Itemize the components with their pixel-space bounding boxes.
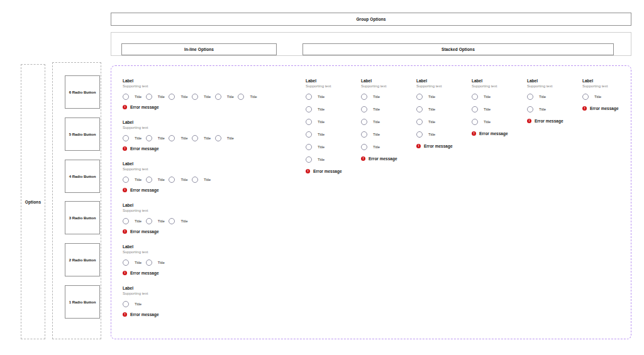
radio-button-icon[interactable] — [361, 119, 367, 125]
radio-button-icon[interactable] — [146, 259, 152, 266]
radio-button-icon[interactable] — [416, 94, 423, 100]
inline-options-frame[interactable]: In-line Options — [121, 43, 277, 55]
stacked-radio-group: Label Supporting text Title ! Error mess… — [582, 79, 635, 185]
radio-option-title: Title — [373, 133, 380, 136]
radio-option-title: Title — [373, 120, 380, 124]
error-row: ! Error message — [123, 271, 159, 275]
error-icon: ! — [123, 146, 127, 151]
variant-box[interactable]: 2 Radio Button — [65, 243, 100, 276]
radio-option-title: Title — [484, 95, 491, 99]
variant-list-frame: 6 Radio Button 5 Radio Button 4 Radio Bu… — [52, 62, 101, 339]
radio-option: Title — [169, 177, 192, 183]
radio-button-icon[interactable] — [472, 119, 478, 125]
radio-button-icon[interactable] — [215, 94, 221, 100]
radio-button-icon[interactable] — [306, 94, 312, 100]
radio-button-icon[interactable] — [123, 135, 129, 141]
radio-button-icon[interactable] — [146, 218, 152, 224]
group-label: Label — [123, 244, 133, 249]
radio-option: Title — [416, 131, 435, 138]
radio-option-title: Title — [373, 95, 380, 99]
stacked-radio-group: Label Supporting text Title Title Title … — [306, 79, 358, 185]
radio-button-icon[interactable] — [472, 94, 478, 100]
radio-button-icon[interactable] — [416, 131, 423, 138]
radio-option: Title — [123, 135, 146, 141]
radio-button-icon[interactable] — [582, 94, 589, 100]
group-label: Label — [527, 79, 538, 83]
radio-row: Title Title Title Title Title Title — [123, 94, 261, 100]
error-icon: ! — [123, 271, 127, 275]
radio-button-icon[interactable] — [361, 94, 367, 100]
radio-button-icon[interactable] — [238, 94, 244, 100]
radio-button-icon[interactable] — [306, 156, 312, 163]
radio-button-icon[interactable] — [123, 301, 129, 307]
radio-button-icon[interactable] — [306, 144, 312, 150]
radio-button-icon[interactable] — [146, 177, 152, 183]
radio-button-icon[interactable] — [527, 94, 533, 100]
group-label: Label — [361, 79, 372, 83]
variant-box-label: 2 Radio Button — [69, 258, 96, 262]
radio-button-icon[interactable] — [169, 94, 175, 100]
error-row: ! Error message — [472, 131, 508, 136]
variant-box[interactable]: 3 Radio Button — [65, 201, 100, 234]
stacked-options-frame[interactable]: Stacked Options — [303, 43, 614, 55]
error-message: Error message — [130, 188, 159, 192]
error-message: Error message — [369, 156, 397, 161]
variant-box[interactable]: 5 Radio Button — [65, 117, 100, 151]
radio-button-icon[interactable] — [192, 135, 198, 141]
radio-option-title: Title — [318, 95, 325, 99]
radio-option-title: Title — [158, 178, 165, 182]
radio-option: Title — [472, 94, 491, 100]
radio-option: Title — [146, 218, 169, 224]
error-icon: ! — [582, 106, 587, 111]
radio-button-icon[interactable] — [361, 106, 367, 112]
radio-button-icon[interactable] — [416, 119, 423, 125]
radio-button-icon[interactable] — [416, 106, 423, 112]
radio-button-icon[interactable] — [169, 218, 175, 224]
group-supporting-text: Supporting text — [306, 84, 331, 89]
inline-radio-group: Label Supporting text Title Title Title … — [123, 203, 393, 241]
radio-option: Title — [146, 177, 169, 183]
radio-button-icon[interactable] — [169, 177, 175, 183]
radio-button-icon[interactable] — [192, 94, 198, 100]
variant-box[interactable]: 1 Radio Button — [65, 285, 100, 319]
variant-box[interactable]: 4 Radio Button — [65, 160, 100, 193]
error-row: ! Error message — [123, 312, 159, 317]
error-message: Error message — [130, 271, 159, 275]
radio-button-icon[interactable] — [123, 94, 129, 100]
radio-button-icon[interactable] — [123, 218, 129, 224]
radio-option-title: Title — [180, 136, 187, 140]
radio-button-icon[interactable] — [361, 144, 367, 150]
radio-option-title: Title — [204, 95, 211, 99]
radio-button-icon[interactable] — [123, 177, 129, 183]
canvas: Group Options In-line Options Stacked Op… — [0, 0, 644, 355]
radio-option: Title — [306, 156, 325, 163]
radio-option: Title — [416, 119, 435, 125]
radio-option-title: Title — [484, 120, 491, 124]
radio-option-title: Title — [135, 95, 142, 99]
radio-option-title: Title — [180, 178, 187, 182]
error-row: ! Error message — [527, 119, 564, 123]
radio-button-icon[interactable] — [306, 106, 312, 112]
radio-button-icon[interactable] — [215, 135, 221, 141]
inline-radio-group: Label Supporting text Title ! Error mess… — [123, 286, 393, 324]
radio-row: Title Title Title — [123, 218, 192, 224]
error-icon: ! — [123, 105, 127, 109]
radio-button-icon[interactable] — [146, 135, 152, 141]
radio-button-icon[interactable] — [123, 259, 129, 266]
radio-button-icon[interactable] — [169, 135, 175, 141]
radio-button-icon[interactable] — [472, 106, 478, 112]
radio-option: Title — [306, 144, 325, 150]
radio-option: Title — [123, 218, 146, 224]
group-options-frame[interactable]: Group Options — [111, 13, 631, 26]
radio-button-icon[interactable] — [527, 106, 533, 112]
radio-option-title: Title — [318, 133, 325, 136]
error-row: ! Error message — [123, 229, 159, 234]
radio-button-icon[interactable] — [306, 119, 312, 125]
radio-button-icon[interactable] — [306, 131, 312, 138]
variant-box[interactable]: 6 Radio Button — [65, 75, 100, 109]
radio-button-icon[interactable] — [192, 177, 198, 183]
radio-button-icon[interactable] — [361, 131, 367, 138]
error-row: ! Error message — [306, 169, 342, 173]
radio-button-icon[interactable] — [146, 94, 152, 100]
radio-option-title: Title — [539, 107, 546, 111]
